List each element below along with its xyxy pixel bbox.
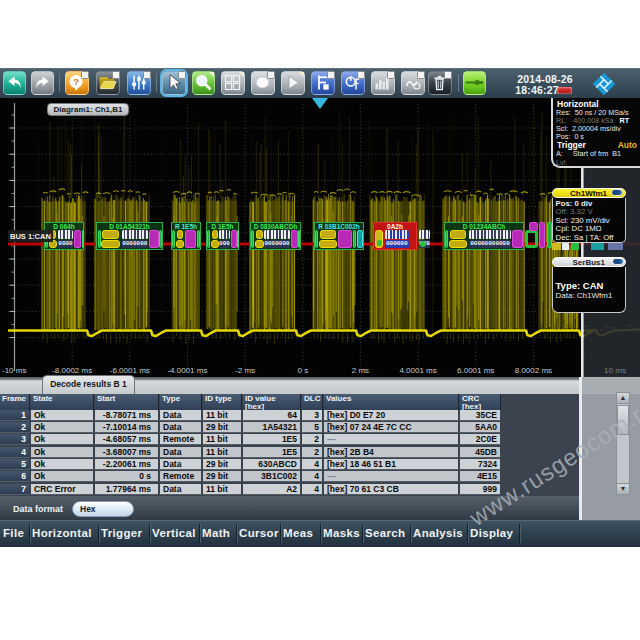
svg-text:-2 ms: -2 ms: [235, 366, 255, 375]
svg-text:10 ms: 10 ms: [604, 366, 626, 375]
svg-text:4.0001 ms: 4.0001 ms: [399, 366, 436, 375]
svg-text:-4.0001 ms: -4.0001 ms: [167, 366, 207, 375]
svg-text:-6.0001 ms: -6.0001 ms: [110, 366, 150, 375]
svg-text:6.0001 ms: 6.0001 ms: [457, 366, 494, 375]
svg-text:0 s: 0 s: [297, 366, 308, 375]
svg-text:?: ?: [73, 76, 79, 87]
svg-text:-10 ms: -10 ms: [2, 366, 26, 375]
svg-text:2 ms: 2 ms: [352, 366, 369, 375]
svg-text:8.0002 ms: 8.0002 ms: [515, 366, 552, 375]
svg-text:-8.0002 ms: -8.0002 ms: [52, 366, 92, 375]
